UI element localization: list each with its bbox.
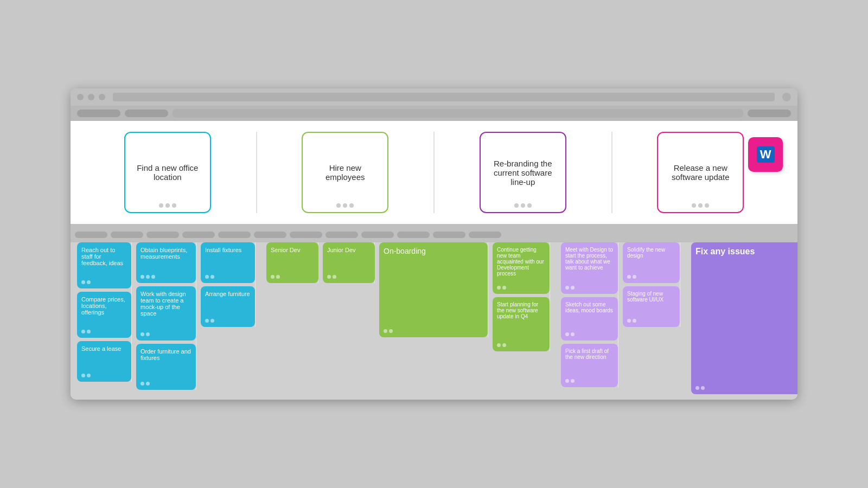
address-bar[interactable]: [113, 93, 775, 101]
window-minimize[interactable]: [88, 94, 94, 100]
task-office-8[interactable]: Arrange furniture: [201, 286, 255, 327]
task-office-4[interactable]: Obtain blueprints, measurements: [136, 242, 196, 283]
epic-card-office[interactable]: Find a new office location: [124, 132, 211, 213]
toolbar-pill: [433, 232, 465, 238]
task-fix-issues[interactable]: Fix any issues: [691, 242, 797, 394]
hire-col-4: Continue getting new team acquainted wit…: [490, 242, 550, 351]
task-hire-4[interactable]: Start planning for the new software upda…: [493, 297, 550, 351]
dot: [514, 203, 519, 208]
epic-title-rebrand: Re-branding the current software line-up: [489, 159, 557, 187]
dot: [705, 203, 709, 208]
office-col-2: Obtain blueprints, measurements Work wit…: [134, 242, 196, 390]
tasks-row: Reach out to staff for feedback, ideas C…: [71, 242, 797, 400]
browser-titlebar: [71, 88, 797, 106]
epic-title-office: Find a new office location: [134, 163, 201, 182]
epics-row: Find a new office location Hire new empl…: [71, 121, 797, 227]
dot: [698, 203, 703, 208]
office-col-3: Install fixtures Arrange furniture: [199, 242, 256, 327]
hire-col-3: On-boarding: [377, 242, 488, 337]
nav-forward[interactable]: [125, 110, 168, 117]
epic-col-rebrand: Re-branding the current software line-up: [435, 132, 612, 213]
browser-icon: [782, 93, 791, 101]
word-letter: W: [757, 146, 775, 163]
toolbar-pill: [469, 232, 501, 238]
toolbar-pill: [146, 232, 179, 238]
task-rebrand-3[interactable]: Pick a first draft of the new direction: [561, 344, 618, 387]
task-office-2[interactable]: Compare prices, locations, offerings: [77, 292, 131, 338]
task-hire-3[interactable]: Continue getting new team acquainted wit…: [493, 242, 550, 294]
epic-title-hire: Hire new employees: [311, 163, 379, 182]
dot: [527, 203, 532, 208]
office-col-1: Reach out to staff for feedback, ideas C…: [75, 242, 132, 382]
dot: [172, 203, 176, 208]
window-close[interactable]: [77, 94, 84, 100]
toolbar-pill: [182, 232, 215, 238]
dot: [343, 203, 347, 208]
hire-col-1: Senior Dev: [264, 242, 318, 283]
toolbar-pill: [361, 232, 394, 238]
toolbar-pill: [111, 232, 143, 238]
word-icon-card: W: [748, 137, 783, 172]
release-col-big: Fix any issues: [689, 242, 797, 394]
epic-card-hire[interactable]: Hire new employees: [302, 132, 388, 213]
epic-title-release: Release a new software update: [667, 163, 734, 182]
task-rebrand-5[interactable]: Staging of new software UI/UX: [623, 286, 680, 327]
task-office-7[interactable]: Install fixtures: [201, 242, 255, 283]
task-hire-1[interactable]: Senior Dev: [266, 242, 318, 283]
epic-col-release: Release a new software update W: [612, 132, 789, 213]
toolbar-pill: [290, 232, 322, 238]
nav-back[interactable]: [77, 110, 120, 117]
task-rebrand-2[interactable]: Sketch out some ideas, mood boards: [561, 297, 618, 341]
dot: [692, 203, 696, 208]
toolbar-pill: [397, 232, 430, 238]
nav-toolbar: [71, 106, 797, 121]
epic-card-rebrand[interactable]: Re-branding the current software line-up: [480, 132, 566, 213]
toolbar-pill: [254, 232, 286, 238]
rebrand-col-2: Solidify the new design Staging of new s…: [621, 242, 680, 327]
toolbar-pill: [326, 232, 358, 238]
url-bar[interactable]: [173, 109, 743, 118]
epic-card-release-wrapper: Release a new software update W: [657, 132, 744, 213]
dot: [159, 203, 163, 208]
bottom-toolbar: [71, 227, 797, 242]
task-office-6[interactable]: Order furniture and fixtures: [136, 344, 196, 390]
toolbar-pill: [75, 232, 107, 238]
task-office-5[interactable]: Work with design team to create a mock-u…: [136, 286, 196, 341]
task-hire-2[interactable]: Junior Dev: [323, 242, 375, 283]
nav-menu[interactable]: [748, 110, 791, 117]
dot: [521, 203, 525, 208]
dot: [336, 203, 341, 208]
hire-col-2: Junior Dev: [321, 242, 375, 283]
epic-col-office: Find a new office location: [79, 132, 257, 213]
window-maximize[interactable]: [99, 94, 105, 100]
epic-col-hire: Hire new employees: [257, 132, 435, 213]
rebrand-col-1: Meet with Design to start the process, t…: [559, 242, 618, 387]
epic-card-release[interactable]: Release a new software update: [657, 132, 744, 213]
task-office-1[interactable]: Reach out to staff for feedback, ideas: [77, 242, 131, 288]
browser-window: Find a new office location Hire new empl…: [71, 88, 797, 400]
dot: [165, 203, 170, 208]
task-rebrand-4[interactable]: Solidify the new design: [623, 242, 680, 283]
toolbar-pill: [218, 232, 251, 238]
task-office-3[interactable]: Secure a lease: [77, 341, 131, 382]
dot: [349, 203, 354, 208]
task-rebrand-1[interactable]: Meet with Design to start the process, t…: [561, 242, 618, 294]
task-hire-onboarding[interactable]: On-boarding: [379, 242, 488, 337]
